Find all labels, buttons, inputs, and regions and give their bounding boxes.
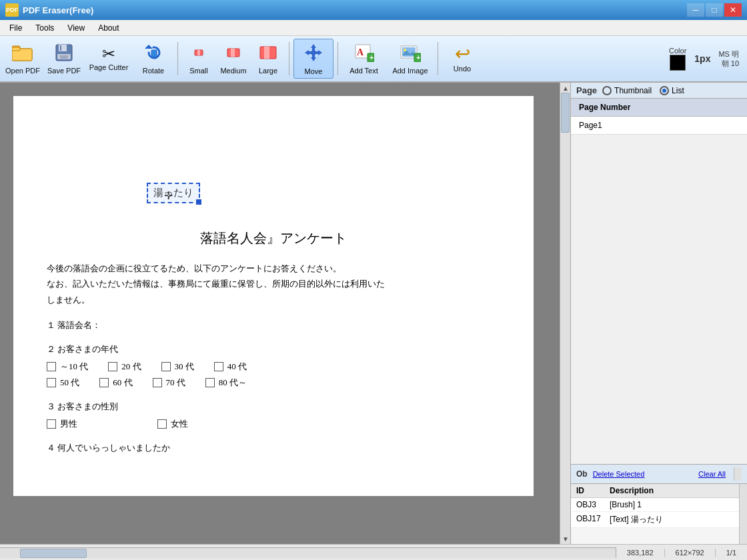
- selected-textbox[interactable]: 湯ったり ✛: [147, 183, 200, 203]
- gender-male: 男性: [47, 418, 77, 430]
- thumbnail-radio[interactable]: Thumbnail: [602, 86, 652, 95]
- col-desc-header: Description: [610, 486, 734, 495]
- add-text-icon: A +: [354, 43, 374, 65]
- age-item-30: 30 代: [161, 361, 194, 373]
- pdf-canvas-area[interactable]: 湯ったり ✛ 落語名人会』アンケート 今後の落語会の企画に役立てるため、以下のア…: [0, 83, 570, 544]
- clear-all-button[interactable]: Clear All: [698, 470, 726, 478]
- open-pdf-button[interactable]: Open PDF: [3, 39, 43, 79]
- color-swatch[interactable]: [670, 55, 686, 71]
- rotate-icon: [143, 43, 163, 65]
- checkbox-20[interactable]: [108, 362, 117, 371]
- pdf-vertical-scrollbar[interactable]: ▲ ▼: [560, 83, 570, 544]
- close-button[interactable]: ✕: [724, 3, 742, 17]
- svg-rect-14: [231, 49, 235, 57]
- pdf-body: 今後の落語会の企画に役立てるため、以下のアンケートにお答えください。 なお、記入…: [47, 261, 500, 307]
- section3-title: ３ お客さまの性別: [47, 401, 500, 413]
- move-button[interactable]: Move: [293, 39, 333, 79]
- checkbox-10[interactable]: [47, 362, 56, 371]
- large-label: Large: [259, 67, 277, 75]
- medium-eraser-button[interactable]: Medium: [217, 39, 250, 79]
- checkbox-female[interactable]: [157, 419, 167, 429]
- page-cutter-label: Page Cutter: [89, 63, 129, 71]
- view-mode-radios: Thumbnail List: [602, 86, 684, 95]
- checkbox-60[interactable]: [99, 378, 109, 387]
- objects-header: Ob Delete Selected Clear All: [571, 465, 747, 484]
- svg-point-31: [404, 49, 406, 51]
- save-pdf-button[interactable]: Save PDF: [44, 39, 84, 79]
- body-line3: しません。: [47, 292, 500, 307]
- svg-text:+: +: [416, 53, 420, 61]
- page-tab-label: Page: [576, 85, 597, 95]
- large-eraser-button[interactable]: Large: [251, 39, 285, 79]
- app-icon: PDF: [5, 3, 19, 17]
- toolbar: Open PDF Save PDF ✂ Page Cutter Ro: [0, 36, 747, 83]
- checkbox-30[interactable]: [161, 362, 171, 371]
- section2: ２ お客さまの年代 ～10 代 20 代: [47, 343, 500, 389]
- scroll-up-arrow[interactable]: ▲: [560, 83, 570, 93]
- checkbox-70[interactable]: [153, 378, 162, 387]
- section3: ３ お客さまの性別 男性 女性: [47, 401, 500, 430]
- thumbnail-radio-dot: [602, 86, 612, 95]
- horizontal-scrollbar[interactable]: [0, 547, 616, 558]
- page-list-area: Page Number Page1: [571, 99, 747, 464]
- h-scroll-thumb[interactable]: [20, 549, 87, 558]
- add-image-button[interactable]: + Add Image: [387, 39, 434, 79]
- age-row1: ～10 代 20 代 30 代: [47, 361, 500, 373]
- page-list-item-1[interactable]: Page1: [571, 117, 747, 135]
- checkbox-50[interactable]: [47, 378, 56, 387]
- folder-icon: [12, 43, 33, 65]
- pdf-content-body: 落語名人会』アンケート 今後の落語会の企画に役立てるため、以下のアンケートにお答…: [47, 229, 500, 454]
- add-text-button[interactable]: A + Add Text: [342, 39, 386, 79]
- checkbox-40[interactable]: [214, 362, 223, 371]
- maximize-button[interactable]: □: [706, 3, 723, 17]
- objects-table-scrollbar[interactable]: [739, 484, 747, 544]
- section1: １ 落語会名：: [47, 319, 500, 331]
- color-label: Color: [669, 47, 686, 55]
- body-line1: 今後の落語会の企画に役立てるため、以下のアンケートにお答えください。: [47, 261, 500, 276]
- separator-4: [438, 42, 438, 75]
- age-item-50: 50 代: [47, 377, 79, 389]
- checkbox-80[interactable]: [205, 378, 215, 387]
- resize-handle[interactable]: [196, 199, 201, 205]
- list-radio-dot: [660, 86, 669, 95]
- small-label: Small: [189, 67, 208, 75]
- objects-panel: Ob Delete Selected Clear All ID Descript…: [571, 464, 747, 544]
- objects-table-header: ID Description: [571, 484, 739, 498]
- rotate-button[interactable]: Rotate: [133, 39, 173, 79]
- minimize-button[interactable]: ─: [687, 3, 704, 17]
- menu-tools[interactable]: Tools: [29, 22, 61, 34]
- menu-file[interactable]: File: [3, 22, 29, 34]
- pdf-title: 落語名人会』アンケート: [47, 229, 500, 247]
- section4: ４ 何人でいらっしゃいましたか: [47, 442, 500, 454]
- age-item-40: 40 代: [214, 361, 247, 373]
- section2-title: ２ お客さまの年代: [47, 343, 500, 355]
- font-info: MS 明 朝 10: [718, 49, 739, 69]
- small-eraser-icon: [189, 43, 208, 65]
- scroll-down-arrow[interactable]: ▼: [560, 533, 570, 544]
- add-image-label: Add Image: [392, 67, 428, 75]
- obj-row-1[interactable]: OBJ3 [Brush] 1: [571, 498, 739, 512]
- age-row2: 50 代 60 代 70 代: [47, 377, 500, 389]
- obj-row-2[interactable]: OBJ17 [Text] 湯ったり: [571, 512, 739, 528]
- save-pdf-label: Save PDF: [47, 67, 81, 75]
- open-pdf-label: Open PDF: [5, 67, 40, 75]
- small-eraser-button[interactable]: Small: [182, 39, 215, 79]
- page-cutter-button[interactable]: ✂ Page Cutter: [85, 39, 132, 79]
- toolbar-right-options: Color 1px MS 明 朝 10: [669, 47, 744, 71]
- undo-label: Undo: [454, 65, 471, 73]
- section1-title: １ 落語会名：: [47, 319, 500, 331]
- undo-button[interactable]: ↩ Undo: [442, 39, 482, 79]
- list-radio[interactable]: List: [660, 86, 684, 95]
- menu-view[interactable]: View: [61, 22, 91, 34]
- main-area: 湯ったり ✛ 落語名人会』アンケート 今後の落語会の企画に役立てるため、以下のア…: [0, 83, 747, 544]
- scroll-thumb[interactable]: [561, 93, 570, 133]
- svg-rect-5: [59, 45, 67, 51]
- checkbox-male[interactable]: [47, 419, 56, 429]
- col-id-header: ID: [576, 486, 610, 495]
- status-coordinates: 383,182: [616, 549, 665, 557]
- large-eraser-icon: [259, 43, 277, 65]
- delete-selected-button[interactable]: Delete Selected: [593, 470, 645, 478]
- menu-about[interactable]: About: [91, 22, 125, 34]
- svg-rect-6: [60, 45, 61, 51]
- menubar: File Tools View About: [0, 20, 747, 36]
